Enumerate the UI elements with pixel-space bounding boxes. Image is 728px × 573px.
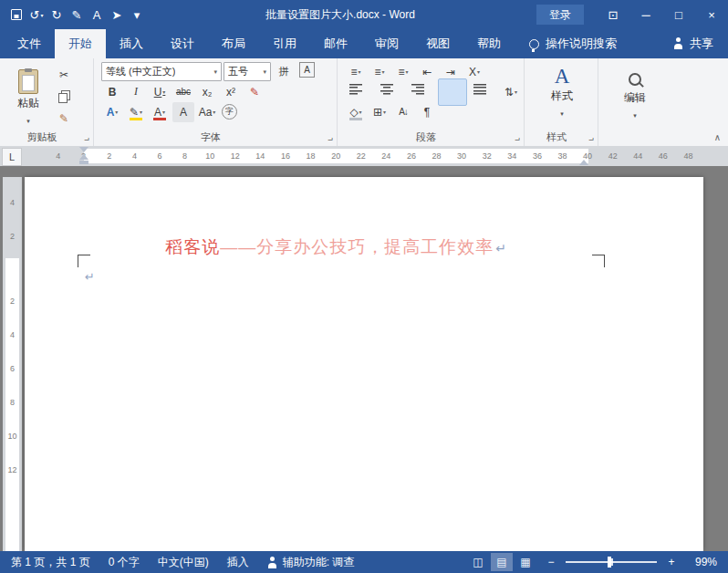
dialog-launcher-icon[interactable] xyxy=(512,134,522,145)
font-group-label: 字体 xyxy=(94,130,328,144)
italic-button[interactable]: I xyxy=(125,82,147,102)
ruler-number: 4 xyxy=(3,185,22,219)
insert-mode-indicator[interactable]: 插入 xyxy=(218,551,258,573)
minimize-button[interactable]: ─ xyxy=(629,0,662,29)
window-controls: ⊡─□× xyxy=(597,0,728,29)
bold-button[interactable]: B xyxy=(101,82,123,102)
tab-help[interactable]: 帮助 xyxy=(463,29,515,58)
collapse-ribbon-icon[interactable]: ∧ xyxy=(714,132,721,142)
page-indicator[interactable]: 第 1 页，共 1 页 xyxy=(0,551,99,573)
format-painter-icon[interactable]: ✎ xyxy=(53,109,75,129)
tab-layout[interactable]: 布局 xyxy=(208,29,259,58)
char-shading-button[interactable]: A xyxy=(172,102,194,122)
select-tool-button[interactable]: ➤ xyxy=(109,5,124,24)
view-switcher: ◫▤▦ xyxy=(467,553,536,571)
borders-button[interactable]: ⊞ xyxy=(369,102,390,122)
superscript-button[interactable]: x² xyxy=(220,82,242,102)
maximize-button[interactable]: □ xyxy=(662,0,695,29)
tab-mailings[interactable]: 邮件 xyxy=(310,29,361,58)
signin-button[interactable]: 登录 xyxy=(536,5,584,25)
language-indicator[interactable]: 中文(中国) xyxy=(149,551,218,573)
read-mode-button[interactable]: ◫ xyxy=(467,553,489,571)
line-spacing-button[interactable]: ⇅ xyxy=(500,82,522,102)
sort-button[interactable]: A↓ xyxy=(392,102,414,122)
tell-me-search[interactable]: 操作说明搜索 xyxy=(529,36,617,52)
tab-design[interactable]: 设计 xyxy=(157,29,208,58)
tab-stop-selector[interactable]: L xyxy=(2,148,22,166)
left-indent-icon[interactable] xyxy=(79,161,88,164)
hanging-indent-icon[interactable] xyxy=(79,154,88,160)
zoom-percentage[interactable]: 99% xyxy=(686,556,717,568)
ribbon-display-options-button[interactable]: ⊡ xyxy=(597,0,629,29)
ruler-number: 18 xyxy=(298,149,324,163)
font-name-combobox[interactable]: 等线 (中文正文) xyxy=(101,62,222,81)
dialog-launcher-icon[interactable] xyxy=(81,134,91,145)
tab-home[interactable]: 开始 xyxy=(55,29,106,58)
ink-icon[interactable]: ✎ xyxy=(244,82,265,102)
highlight-color-button[interactable]: ✎ xyxy=(125,102,147,122)
shading-button[interactable]: ◇ xyxy=(345,102,367,122)
ribbon-tabs: 文件开始插入设计布局引用邮件审阅视图帮助 xyxy=(0,29,515,58)
ruler-number: 16 xyxy=(273,149,298,163)
save-button[interactable] xyxy=(9,5,24,24)
cut-icon[interactable]: ✂ xyxy=(53,65,75,85)
tab-references[interactable]: 引用 xyxy=(259,29,310,58)
document-heading[interactable]: 稻客说——分享办公技巧，提高工作效率↵ xyxy=(84,235,588,259)
zoom-out-button[interactable]: − xyxy=(544,556,558,568)
dialog-launcher-icon[interactable] xyxy=(586,134,596,145)
vertical-ruler[interactable]: 42 24681012 xyxy=(3,177,22,551)
indent-marker-left[interactable] xyxy=(78,147,89,165)
clipboard-icon xyxy=(18,69,38,94)
change-case-button[interactable]: Aa xyxy=(196,102,218,122)
zoom-slider[interactable] xyxy=(566,553,657,571)
close-button[interactable]: × xyxy=(695,0,728,29)
zoom-slider-track xyxy=(566,561,657,563)
customize-qat-button[interactable]: ▾ xyxy=(130,5,144,24)
strikethrough-button[interactable]: abc xyxy=(172,82,194,102)
justify-button[interactable] xyxy=(438,78,467,106)
copy-icon[interactable] xyxy=(53,87,75,107)
accessibility-status[interactable]: 辅助功能: 调查 xyxy=(258,551,364,573)
print-layout-button[interactable]: ▤ xyxy=(491,553,513,571)
ruler-number: 10 xyxy=(197,149,223,163)
styles-button[interactable]: A 样式 xyxy=(551,66,573,119)
tab-review[interactable]: 审阅 xyxy=(361,29,412,58)
font-size-combobox[interactable]: 五号 xyxy=(224,62,271,81)
ruler-number: 2 xyxy=(3,284,22,318)
phonetic-guide-button[interactable]: 拼 xyxy=(273,62,295,82)
tab-insert[interactable]: 插入 xyxy=(106,29,157,58)
font-tool-button[interactable]: A xyxy=(89,5,104,24)
paste-button[interactable]: 粘贴 xyxy=(7,64,49,131)
paragraph-mark: ↵ xyxy=(85,270,95,284)
word-count[interactable]: 0 个字 xyxy=(99,551,149,573)
underline-button[interactable]: U xyxy=(149,82,171,102)
document-area[interactable]: 42 24681012 稻客说——分享办公技巧，提高工作效率↵ ↵ xyxy=(0,166,728,551)
ruler-number: 42 xyxy=(600,149,626,163)
editing-button[interactable]: 编辑 xyxy=(624,73,646,120)
tab-view[interactable]: 视图 xyxy=(412,29,463,58)
crop-mark-top-right xyxy=(592,255,605,267)
text-effects-button[interactable]: A xyxy=(101,102,123,122)
redo-button[interactable]: ↻ xyxy=(49,5,64,24)
indent-marker-right[interactable] xyxy=(578,147,589,166)
tab-file[interactable]: 文件 xyxy=(4,29,55,58)
document-page[interactable]: 稻客说——分享办公技巧，提高工作效率↵ ↵ xyxy=(25,177,703,551)
paste-label: 粘贴 xyxy=(17,96,39,111)
subscript-button[interactable]: x₂ xyxy=(196,82,218,102)
horizontal-ruler[interactable]: L 42 24681012141618202224262830323436384… xyxy=(0,146,728,166)
web-layout-button[interactable]: ▦ xyxy=(515,553,536,571)
right-indent-icon[interactable] xyxy=(579,160,588,165)
font-color-button[interactable]: A xyxy=(149,102,171,122)
distribute-button[interactable] xyxy=(469,78,498,106)
undo-button[interactable]: ↺ xyxy=(29,5,44,24)
first-line-indent-icon[interactable] xyxy=(79,147,88,152)
char-border-button[interactable]: A xyxy=(299,62,315,78)
share-button[interactable]: 共享 xyxy=(672,36,728,52)
show-hide-button[interactable]: ¶ xyxy=(416,102,438,122)
ribbon-tab-bar: 文件开始插入设计布局引用邮件审阅视图帮助 操作说明搜索 共享 xyxy=(0,29,728,58)
enclose-characters-button[interactable]: 字 xyxy=(222,104,237,120)
dialog-launcher-icon[interactable] xyxy=(325,134,335,145)
draw-tool-button[interactable]: ✎ xyxy=(69,5,84,24)
zoom-slider-thumb[interactable] xyxy=(608,557,611,568)
zoom-in-button[interactable]: + xyxy=(664,556,679,568)
